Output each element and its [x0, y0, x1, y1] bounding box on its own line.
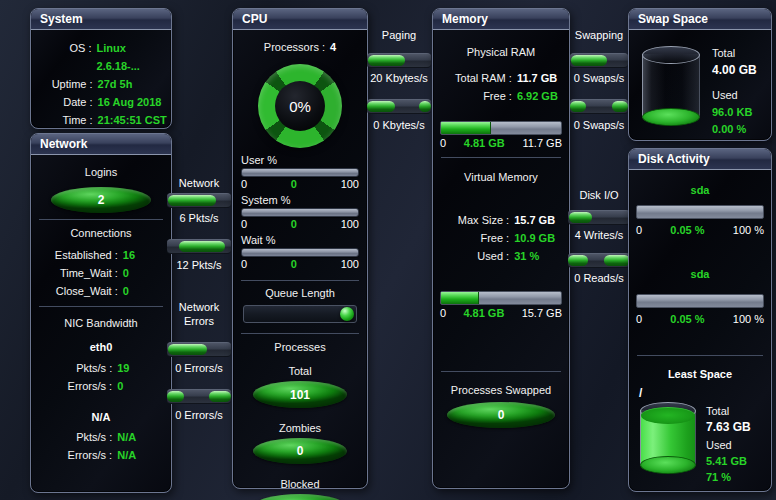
disk-io-bar-2	[568, 253, 630, 268]
least-space-heading: Least Space	[629, 368, 771, 380]
cpu-panel: CPU Processors : 4 0% User % 0 0 100 Sys…	[232, 8, 368, 489]
least-space-mount: /	[639, 386, 771, 400]
swap-used-pct: 0.00 %	[712, 122, 757, 137]
scale-current: 4.81 GB	[463, 307, 504, 319]
system-pct-bar	[241, 208, 359, 217]
paging-bar-2	[367, 99, 431, 114]
disk-sda-name-1: sda	[629, 184, 771, 196]
swap-space-panel-title: Swap Space	[629, 9, 771, 30]
flow-activity-segment	[604, 255, 630, 266]
paging-label-1: 20 Kbytes/s	[367, 71, 431, 85]
scale-current: 0	[291, 258, 297, 270]
virtual-memory-fill	[441, 292, 479, 304]
processes-heading: Processes	[233, 341, 367, 353]
eth0-errors-label: Errors/s :	[31, 377, 112, 395]
na-errors-value: N/A	[117, 446, 136, 464]
vm-free-label: Free :	[433, 229, 509, 247]
disk-sda-bar-2	[636, 294, 764, 308]
network-errors-bar-2	[167, 389, 231, 404]
paging-bar-1	[367, 53, 431, 68]
network-panel: Network Logins 2 Connections Established…	[30, 133, 172, 493]
scale-max: 15.7 GB	[522, 307, 562, 319]
eth0-pkts-value: 19	[117, 359, 129, 377]
divider	[241, 333, 359, 334]
logins-gauge: 2	[51, 187, 151, 213]
vm-used-value: 31 %	[514, 247, 539, 265]
blocked-gauge: 0	[253, 494, 347, 500]
cpu-panel-title: CPU	[233, 9, 367, 30]
system-monitor-dashboard: System OS : Linux 2.6.18-... Uptime : 27…	[0, 0, 776, 500]
eth0-errors-row: Errors/s : 0	[31, 377, 171, 395]
scale-min: 0	[241, 218, 247, 230]
total-ram-value: 11.7 GB	[517, 69, 557, 87]
least-space-cylinder-gauge	[640, 402, 696, 474]
vm-free-row: Free : 10.9 GB	[433, 229, 569, 247]
swapping-label-1: 0 Swaps/s	[570, 71, 628, 85]
scale-min: 0	[241, 178, 247, 190]
scale-current: 0	[291, 218, 297, 230]
least-space-total-value: 7.63 GB	[706, 420, 751, 434]
ram-free-row: Free : 6.92 GB	[433, 87, 569, 105]
swap-space-panel: Swap Space Total 4.00 GB Used 96.0 KB 0.…	[628, 8, 772, 141]
os-row: OS : Linux 2.6.18-...	[31, 39, 171, 75]
wait-pct-scale: 0 0 100	[241, 258, 359, 270]
virtual-memory-heading: Virtual Memory	[433, 171, 569, 183]
disk-activity-panel: Disk Activity sda 0 0.05 % 100 % sda 0 0…	[628, 148, 772, 492]
divider	[637, 355, 763, 356]
os-value: Linux 2.6.18-...	[97, 39, 171, 75]
time-value: 21:45:51 CST	[98, 111, 167, 129]
user-pct-label: User %	[241, 154, 367, 166]
flow-activity-segment	[368, 55, 405, 66]
logins-heading: Logins	[31, 166, 171, 178]
physical-ram-fill	[441, 122, 491, 134]
processes-swapped-gauge: 0	[447, 402, 555, 428]
disk-io-title: Disk I/O	[568, 188, 630, 202]
physical-ram-heading: Physical RAM	[433, 46, 569, 58]
eth0-pkts-row: Pkts/s : 19	[31, 359, 171, 377]
flow-activity-segment	[571, 55, 607, 66]
date-label: Date :	[31, 93, 93, 111]
time-row: Time : 21:45:51 CST	[31, 111, 171, 129]
paging-label-2: 0 Kbytes/s	[367, 118, 431, 132]
paging-title: Paging	[367, 28, 431, 42]
queue-indicator-ball	[340, 307, 354, 321]
zombies-gauge: 0	[253, 438, 347, 464]
scale-min: 0	[636, 313, 642, 325]
scale-current: 0	[291, 178, 297, 190]
flow-activity-segment	[419, 101, 431, 112]
memory-panel: Memory Physical RAM Total RAM : 11.7 GB …	[432, 8, 570, 489]
na-pkts-row: Pkts/s : N/A	[31, 428, 171, 446]
processes-swapped-heading: Processes Swapped	[433, 384, 569, 396]
max-size-label: Max Size :	[433, 211, 509, 229]
processors-label: Processors :	[264, 38, 325, 56]
os-label: OS :	[31, 39, 92, 57]
network-flow-bar-2	[167, 239, 231, 254]
wait-pct-label: Wait %	[241, 234, 367, 246]
na-pkts-label: Pkts/s :	[31, 428, 112, 446]
scale-max: 11.7 GB	[522, 137, 562, 149]
virtual-memory-bar	[440, 291, 562, 305]
vm-used-row: Used : 31 %	[433, 247, 569, 265]
scale-max: 100 %	[733, 313, 764, 325]
ram-free-label: Free :	[433, 87, 512, 105]
flow-activity-segment	[367, 101, 395, 112]
disk-sda-scale-1: 0 0.05 % 100 %	[636, 224, 764, 236]
flow-activity-segment	[179, 241, 225, 252]
divider	[39, 306, 163, 307]
close-wait-label: Close_Wait :	[31, 282, 118, 300]
max-size-value: 15.7 GB	[514, 211, 555, 229]
ram-free-value: 6.92 GB	[517, 87, 558, 105]
network-flow-column: Network 6 Pkts/s 12 Pkts/s Network Error…	[167, 176, 231, 422]
queue-length-heading: Queue Length	[233, 287, 367, 299]
cylinder-base	[642, 108, 700, 126]
swapping-flow-column: Swapping 0 Swaps/s 0 Swaps/s	[570, 28, 628, 132]
wait-pct-bar	[241, 248, 359, 257]
memory-panel-title: Memory	[433, 9, 569, 30]
least-space-used-label: Used	[706, 438, 751, 452]
network-panel-title: Network	[31, 134, 171, 155]
flow-activity-segment	[612, 101, 628, 112]
cpu-usage-gauge: 0%	[258, 64, 342, 148]
close-wait-value: 0	[123, 282, 129, 300]
nic-na-name: N/A	[31, 411, 171, 423]
disk-sda-scale-2: 0 0.05 % 100 %	[636, 313, 764, 325]
